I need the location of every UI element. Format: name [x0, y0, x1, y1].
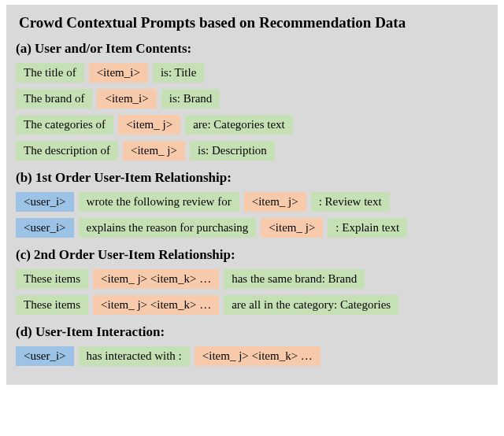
prompt-row: The brand of<item_i>is: Brand	[16, 89, 488, 109]
text-chip: : Review text	[311, 192, 390, 212]
text-chip: are all in the category: Categories	[224, 295, 398, 315]
section-d-rows: <user_i>has interacted with :<item_ j> <…	[16, 346, 488, 366]
text-chip: These items	[16, 295, 88, 315]
item-token: <item_ j> <item_k> …	[93, 295, 219, 315]
prompt-row: These items<item_ j> <item_k> …has the s…	[16, 269, 488, 289]
item-token: <item_ j>	[261, 218, 323, 238]
text-chip: wrote the following review for	[79, 192, 239, 212]
figure-title: Crowd Contextual Prompts based on Recomm…	[19, 14, 488, 31]
item-token: <item_i>	[89, 63, 148, 83]
text-chip: has the same brand: Brand	[224, 269, 365, 289]
user-token: <user_i>	[16, 346, 74, 366]
text-chip: These items	[16, 269, 88, 289]
prompt-row: The title of<item_i>is: Title	[16, 63, 488, 83]
prompt-row: These items<item_ j> <item_k> …are all i…	[16, 295, 488, 315]
prompt-row: <user_i>wrote the following review for<i…	[16, 192, 488, 212]
item-token: <item_ j>	[244, 192, 306, 212]
text-chip: The brand of	[16, 89, 92, 109]
section-a-rows: The title of<item_i>is: TitleThe brand o…	[16, 63, 488, 161]
text-chip: are: Categories text	[185, 115, 293, 135]
text-chip: is: Description	[190, 141, 275, 161]
section-a-heading: (a) User and/or Item Contents:	[16, 41, 488, 57]
item-token: <item_i>	[97, 89, 156, 109]
prompt-row: The categories of<item_ j>are: Categorie…	[16, 115, 488, 135]
user-token: <user_i>	[16, 192, 74, 212]
item-token: <item_ j> <item_k> …	[195, 346, 321, 366]
section-b-rows: <user_i>wrote the following review for<i…	[16, 192, 488, 238]
user-token: <user_i>	[16, 218, 74, 238]
section-b-heading: (b) 1st Order User-Item Relationship:	[16, 170, 488, 186]
text-chip: The description of	[16, 141, 118, 161]
prompt-row: <user_i>explains the reason for purchasi…	[16, 218, 488, 238]
text-chip: is: Title	[153, 63, 204, 83]
item-token: <item_ j>	[118, 115, 180, 135]
text-chip: : Explain text	[328, 218, 407, 238]
prompt-row: <user_i>has interacted with :<item_ j> <…	[16, 346, 488, 366]
section-c-rows: These items<item_ j> <item_k> …has the s…	[16, 269, 488, 315]
item-token: <item_ j>	[123, 141, 185, 161]
text-chip: is: Brand	[161, 89, 220, 109]
section-d-heading: (d) User-Item Interaction:	[16, 324, 488, 340]
item-token: <item_ j> <item_k> …	[93, 269, 219, 289]
text-chip: has interacted with :	[79, 346, 190, 366]
prompt-row: The description of<item_ j>is: Descripti…	[16, 141, 488, 161]
text-chip: The title of	[16, 63, 84, 83]
figure-box: Crowd Contextual Prompts based on Recomm…	[6, 5, 498, 385]
text-chip: explains the reason for purchasing	[79, 218, 257, 238]
section-c-heading: (c) 2nd Order User-Item Relationship:	[16, 247, 488, 263]
text-chip: The categories of	[16, 115, 113, 135]
